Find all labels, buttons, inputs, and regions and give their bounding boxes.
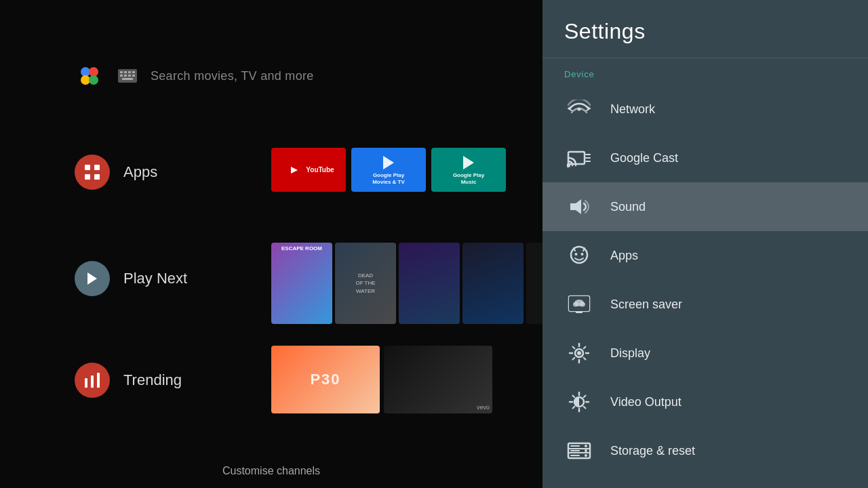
settings-item-google-cast[interactable]: Google Cast <box>542 134 868 182</box>
sound-icon <box>564 192 594 222</box>
playnext-thumbnails: ESCAPE ROOM DEADOF THEWATER <box>271 243 542 324</box>
trending-thumb-1[interactable]: P30 <box>271 346 380 413</box>
settings-item-storage-reset[interactable]: Storage & reset <box>542 426 868 475</box>
svg-rect-15 <box>94 165 100 170</box>
network-label: Network <box>610 102 655 117</box>
svg-rect-9 <box>120 75 123 77</box>
movie-thumb-5[interactable] <box>526 243 542 324</box>
google-play-movies-thumb[interactable]: Google PlayMovies & TV <box>351 148 426 192</box>
movie-thumb-2[interactable]: DEADOF THEWATER <box>335 243 396 324</box>
svg-rect-7 <box>128 71 131 73</box>
screen-saver-label: Screen saver <box>610 298 682 312</box>
storage-reset-label: Storage & reset <box>610 444 695 458</box>
trending-section-icon <box>75 363 110 398</box>
svg-rect-12 <box>132 75 135 77</box>
svg-point-38 <box>580 302 585 307</box>
apps-thumbnails: YouTube Google PlayMovies & TV Google Pl… <box>271 148 506 192</box>
svg-point-40 <box>577 351 581 355</box>
tv-panel: Search movies, TV and more Apps YouTube <box>0 0 542 488</box>
trending-label: Trending <box>123 371 182 389</box>
youtube-thumb[interactable]: YouTube <box>271 148 346 192</box>
playnext-label: Play Next <box>123 270 187 287</box>
svg-point-0 <box>81 67 90 77</box>
apps-settings-icon <box>564 241 594 270</box>
svg-point-46 <box>585 449 587 452</box>
settings-item-network[interactable]: Network <box>542 85 868 134</box>
svg-rect-16 <box>85 174 90 180</box>
svg-rect-23 <box>85 378 87 388</box>
svg-rect-5 <box>120 71 123 73</box>
playnext-section-icon <box>75 261 110 296</box>
svg-rect-6 <box>124 71 127 73</box>
settings-item-sound[interactable]: Sound <box>542 182 868 231</box>
svg-rect-10 <box>124 75 127 77</box>
google-cast-icon <box>564 143 594 173</box>
svg-rect-24 <box>91 375 94 388</box>
apps-section-icon <box>75 155 110 190</box>
customise-label: Customise channels <box>222 465 320 477</box>
svg-point-2 <box>81 75 90 85</box>
svg-rect-17 <box>94 174 100 180</box>
google-cast-label: Google Cast <box>610 151 678 165</box>
trending-section: Trending <box>75 363 182 398</box>
svg-rect-8 <box>132 71 135 73</box>
trending-thumbnails: P30 vevo <box>271 346 492 413</box>
search-bar[interactable]: Search movies, TV and more <box>75 61 529 91</box>
svg-marker-20 <box>383 156 394 169</box>
trending-thumb-2[interactable]: vevo <box>384 346 492 413</box>
google-assistant-icon[interactable] <box>75 61 104 91</box>
settings-item-display[interactable]: Display <box>542 329 868 378</box>
svg-point-37 <box>573 302 578 307</box>
settings-panel: Settings Device Network <box>542 0 868 488</box>
video-output-label: Video Output <box>610 395 682 409</box>
svg-rect-35 <box>576 311 583 313</box>
svg-point-32 <box>581 253 584 256</box>
settings-header: Settings <box>542 0 868 58</box>
display-icon <box>564 338 594 368</box>
movie-thumb-1[interactable]: ESCAPE ROOM <box>271 243 332 324</box>
storage-reset-icon <box>564 436 594 466</box>
svg-rect-13 <box>122 78 133 80</box>
sound-label: Sound <box>610 200 646 214</box>
apps-section: Apps <box>75 155 157 190</box>
svg-point-1 <box>89 67 98 77</box>
keyboard-icon[interactable] <box>115 64 140 88</box>
google-play-music-thumb[interactable]: Google PlayMusic <box>431 148 506 192</box>
settings-item-apps[interactable]: Apps <box>542 231 868 280</box>
video-output-icon <box>564 387 594 417</box>
movie-thumb-3[interactable] <box>399 243 460 324</box>
screen-saver-icon <box>564 289 594 319</box>
apps-settings-label: Apps <box>610 249 638 263</box>
playnext-section: Play Next <box>75 261 187 296</box>
svg-marker-29 <box>570 199 581 214</box>
svg-point-45 <box>585 445 587 447</box>
svg-rect-14 <box>85 165 90 170</box>
settings-list: Device Network <box>542 58 868 488</box>
settings-item-screen-saver[interactable]: Screen saver <box>542 280 868 329</box>
svg-rect-11 <box>128 75 131 77</box>
svg-marker-22 <box>87 272 97 285</box>
movie-thumb-4[interactable] <box>462 243 524 324</box>
apps-label: Apps <box>123 163 157 181</box>
svg-point-31 <box>575 253 578 256</box>
device-section-header: Device <box>542 58 868 85</box>
network-icon <box>564 94 594 124</box>
svg-point-3 <box>89 75 98 85</box>
svg-marker-21 <box>463 156 474 169</box>
settings-item-video-output[interactable]: Video Output <box>542 378 868 426</box>
customise-bar[interactable]: Customise channels <box>0 454 542 488</box>
svg-point-47 <box>585 454 587 457</box>
settings-title: Settings <box>564 19 846 44</box>
svg-rect-25 <box>97 373 100 388</box>
display-label: Display <box>610 346 650 361</box>
search-input[interactable]: Search movies, TV and more <box>151 69 529 83</box>
